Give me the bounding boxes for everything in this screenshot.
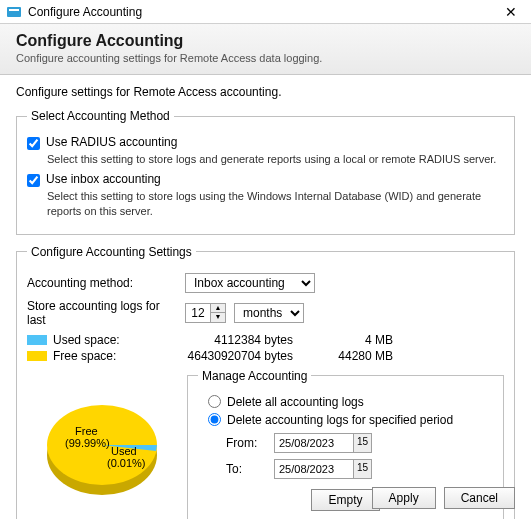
delete-all-label[interactable]: Delete all accounting logs <box>227 395 364 409</box>
to-label: To: <box>226 462 266 476</box>
radius-desc: Select this setting to store logs and ge… <box>47 152 504 166</box>
radius-label[interactable]: Use RADIUS accounting <box>46 135 177 149</box>
delete-period-radio[interactable] <box>208 413 221 426</box>
used-bytes: 4112384 bytes <box>133 333 293 347</box>
free-bytes: 46430920704 bytes <box>133 349 293 363</box>
settings-legend: Configure Accounting Settings <box>27 245 196 259</box>
free-space-row: Free space: 46430920704 bytes 44280 MB <box>27 349 504 363</box>
to-date-input[interactable]: 25/08/2023 15 <box>274 459 372 479</box>
svg-text:Free: Free <box>75 425 98 437</box>
svg-text:(0.01%): (0.01%) <box>107 457 146 469</box>
spinner-up[interactable]: ▲ <box>211 304 225 313</box>
method-fieldset: Select Accounting Method Use RADIUS acco… <box>16 109 515 235</box>
page-header: Configure Accounting Configure accountin… <box>0 24 531 75</box>
free-swatch <box>27 351 47 361</box>
free-human: 44280 MB <box>293 349 393 363</box>
intro-text: Configure settings for Remote Access acc… <box>16 85 515 99</box>
page-title: Configure Accounting <box>16 32 515 50</box>
used-human: 4 MB <box>293 333 393 347</box>
calendar-icon[interactable]: 15 <box>353 460 371 478</box>
inbox-label[interactable]: Use inbox accounting <box>46 172 161 186</box>
from-label: From: <box>226 436 266 450</box>
calendar-icon[interactable]: 15 <box>353 434 371 452</box>
delete-all-radio[interactable] <box>208 395 221 408</box>
manage-legend: Manage Accounting <box>198 369 311 383</box>
delete-period-label[interactable]: Delete accounting logs for specified per… <box>227 413 453 427</box>
accounting-method-select[interactable]: Inbox accounting <box>185 273 315 293</box>
store-logs-label: Store accounting logs for last <box>27 299 177 327</box>
settings-fieldset: Configure Accounting Settings Accounting… <box>16 245 515 519</box>
free-label: Free space: <box>53 349 133 363</box>
window-title: Configure Accounting <box>28 5 497 19</box>
svg-rect-1 <box>9 9 19 11</box>
close-button[interactable]: ✕ <box>497 4 525 20</box>
inbox-checkbox[interactable] <box>27 174 40 187</box>
cancel-button[interactable]: Cancel <box>444 487 515 509</box>
svg-text:(99.99%): (99.99%) <box>65 437 110 449</box>
store-value-input[interactable] <box>186 304 210 322</box>
page-subtitle: Configure accounting settings for Remote… <box>16 52 515 64</box>
app-icon <box>6 4 22 20</box>
svg-rect-0 <box>7 7 21 17</box>
dialog-footer: Apply Cancel <box>372 487 515 509</box>
disk-usage-pie: Free (99.99%) Used (0.01%) <box>27 369 177 519</box>
spinner-down[interactable]: ▼ <box>211 313 225 322</box>
from-date-input[interactable]: 25/08/2023 15 <box>274 433 372 453</box>
apply-button[interactable]: Apply <box>372 487 436 509</box>
store-unit-select[interactable]: months <box>234 303 304 323</box>
svg-text:Used: Used <box>111 445 137 457</box>
accounting-method-label: Accounting method: <box>27 276 177 290</box>
used-label: Used space: <box>53 333 133 347</box>
store-value-spinner[interactable]: ▲ ▼ <box>185 303 226 323</box>
radius-checkbox[interactable] <box>27 137 40 150</box>
used-swatch <box>27 335 47 345</box>
empty-button[interactable]: Empty <box>311 489 379 511</box>
titlebar: Configure Accounting ✕ <box>0 0 531 24</box>
method-legend: Select Accounting Method <box>27 109 174 123</box>
inbox-desc: Select this setting to store logs using … <box>47 189 504 218</box>
used-space-row: Used space: 4112384 bytes 4 MB <box>27 333 504 347</box>
